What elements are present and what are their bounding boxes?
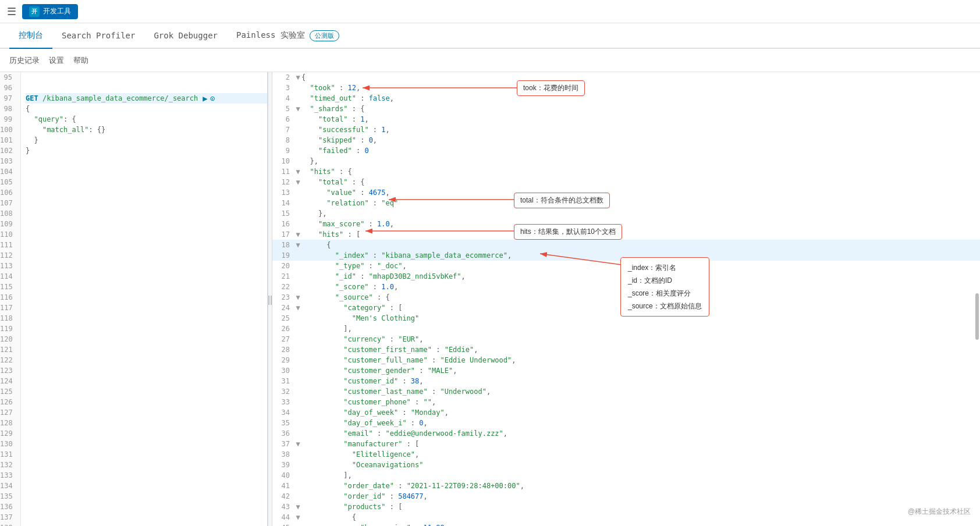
- code-line: [26, 292, 267, 303]
- subnav-history[interactable]: 历史记录: [9, 55, 40, 66]
- fold-icon[interactable]: ▼: [294, 303, 301, 313]
- line-num: 138: [0, 523, 16, 526]
- line-num: 125: [0, 386, 16, 397]
- fold-icon[interactable]: ▼: [294, 166, 301, 177]
- annotation-line-score: _score：相关度评分: [628, 287, 702, 300]
- sub-nav: 历史记录 设置 帮助: [0, 49, 980, 72]
- line-num: 121: [0, 344, 16, 355]
- beta-badge: 公测版: [310, 30, 339, 41]
- tab-grok-debugger[interactable]: Grok Debugger: [144, 23, 227, 49]
- code-line: "match_all": {}: [26, 125, 267, 135]
- fold-icon[interactable]: ▼: [294, 292, 301, 303]
- code-line: [26, 324, 267, 334]
- resp-line: 35 "day_of_week_i" : 0,: [272, 418, 980, 428]
- code-line: [26, 83, 267, 93]
- fold-icon[interactable]: ▼: [294, 229, 301, 240]
- code-line: [26, 282, 267, 292]
- line-num: 115: [0, 282, 16, 292]
- resp-line: 33 "customer_phone" : "",: [272, 397, 980, 407]
- scrollbar-indicator[interactable]: [975, 293, 979, 340]
- annotation-line-index: _index：索引名: [628, 261, 702, 274]
- resp-line: 8 "skipped" : 0,: [272, 135, 980, 145]
- line-num: 126: [0, 397, 16, 407]
- tab-search-profiler[interactable]: Search Profiler: [52, 23, 144, 49]
- subnav-help[interactable]: 帮助: [73, 55, 88, 66]
- right-panel[interactable]: 2 ▼ { 3 "took" : 12, 4 "timed_out" : fal…: [272, 72, 980, 526]
- line-num: 98: [0, 104, 16, 114]
- menu-icon[interactable]: ☰: [7, 5, 16, 17]
- fold-icon[interactable]: ▼: [294, 177, 301, 187]
- fold-icon[interactable]: ▼: [294, 240, 301, 250]
- editor-area[interactable]: 95 96 97 98 99 100 101 102 103 104 105 1…: [0, 72, 267, 526]
- line-num: 105: [0, 177, 16, 187]
- resp-line: 7 "successful" : 1,: [272, 125, 980, 135]
- line-num: 113: [0, 261, 16, 271]
- resp-line: 26 ],: [272, 324, 980, 334]
- line-num: 111: [0, 240, 16, 250]
- code-line: [26, 313, 267, 324]
- fold-icon[interactable]: ▼: [294, 72, 301, 83]
- dev-tools-icon: 开: [29, 6, 40, 17]
- resp-line: 6 "total" : 1,: [272, 114, 980, 125]
- http-method: GET: [26, 93, 38, 104]
- line-num: 130: [0, 439, 16, 449]
- line-num: 97: [0, 93, 16, 104]
- line-num: 128: [0, 418, 16, 428]
- line-num: 108: [0, 208, 16, 219]
- code-line: [26, 271, 267, 282]
- resp-line: 17 ▼ "hits" : [: [272, 229, 980, 240]
- fold-icon[interactable]: ▼: [294, 439, 301, 449]
- resp-line: 14 "relation" : "eq": [272, 198, 980, 208]
- code-line: "query": {: [26, 114, 267, 125]
- code-line: [26, 198, 267, 208]
- code-line: [26, 229, 267, 240]
- code-line: [26, 240, 267, 250]
- line-num: 124: [0, 376, 16, 386]
- resp-line: 45 "base_price" : 11.99,: [272, 523, 980, 526]
- code-line: [26, 397, 267, 407]
- tab-console[interactable]: 控制台: [9, 23, 52, 49]
- line-num: 131: [0, 449, 16, 460]
- code-line: [26, 470, 267, 481]
- resp-line: 39 "Oceanavigations": [272, 460, 980, 470]
- dev-tools-button[interactable]: 开 开发工具: [22, 4, 78, 19]
- panel-divider[interactable]: ‖: [268, 72, 272, 526]
- copy-button[interactable]: ⊙: [210, 93, 215, 104]
- resp-line: 41 "order_date" : "2021-11-22T09:28:48+0…: [272, 481, 980, 491]
- subnav-settings[interactable]: 设置: [49, 55, 64, 66]
- code-line: [26, 156, 267, 166]
- line-num: 112: [0, 250, 16, 261]
- resp-line: 29 "customer_full_name" : "Eddie Underwo…: [272, 355, 980, 365]
- line-num: 120: [0, 334, 16, 344]
- line-num: 134: [0, 481, 16, 491]
- resp-line: 34 "day_of_week" : "Monday",: [272, 407, 980, 418]
- line-num: 117: [0, 303, 16, 313]
- resp-line: 42 "order_id" : 584677,: [272, 491, 980, 502]
- resp-line: 32 "customer_last_name" : "Underwood",: [272, 386, 980, 397]
- fold-icon[interactable]: ▼: [294, 512, 301, 523]
- resp-line: 38 "Elitelligence",: [272, 449, 980, 460]
- line-num: 119: [0, 324, 16, 334]
- line-num: 100: [0, 125, 16, 135]
- annotation-line-id: _id：文档的ID: [628, 274, 702, 287]
- code-line: [26, 208, 267, 219]
- code-line: }: [26, 135, 267, 145]
- tab-painless-lab[interactable]: Painless 实验室 公测版: [227, 23, 349, 49]
- code-line: [26, 407, 267, 418]
- code-line: [26, 72, 267, 83]
- run-button[interactable]: ▶: [203, 93, 207, 104]
- main-content: 95 96 97 98 99 100 101 102 103 104 105 1…: [0, 72, 980, 526]
- resp-line: 27 "currency" : "EUR",: [272, 334, 980, 344]
- resp-line: 10 },: [272, 156, 980, 166]
- fold-icon[interactable]: ▼: [294, 104, 301, 114]
- line-num: 136: [0, 502, 16, 512]
- fold-icon[interactable]: ▼: [294, 502, 301, 512]
- painless-tab-label: Painless 实验室: [236, 30, 305, 41]
- line-num: 110: [0, 229, 16, 240]
- line-num: 101: [0, 135, 16, 145]
- resp-line: 40 ],: [272, 470, 980, 481]
- line-num: 96: [0, 83, 16, 93]
- code-editor[interactable]: GET /kibana_sample_data_ecommerce/_searc…: [21, 72, 267, 526]
- line-num: 95: [0, 72, 16, 83]
- code-line: [26, 386, 267, 397]
